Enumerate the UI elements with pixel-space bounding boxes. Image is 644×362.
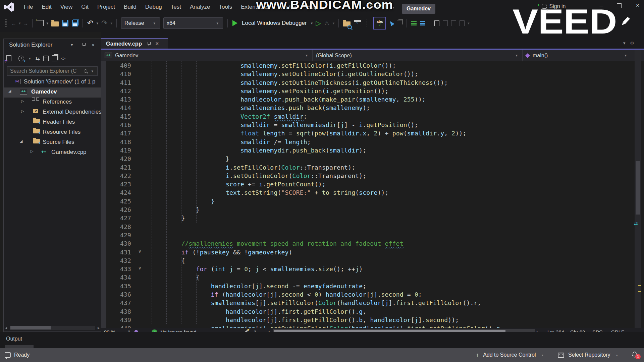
new-item-icon[interactable] [37,20,44,26]
unindent-lines-icon[interactable] [420,21,425,25]
platform-dropdown[interactable]: x64 ▾ [163,17,223,29]
open-file-icon[interactable] [51,21,59,26]
configuration-dropdown[interactable]: Release ▾ [121,17,160,29]
debug-target-button[interactable]: Local Windows Debugger [242,20,307,26]
pin-icon[interactable] [147,42,151,46]
solution-explorer-window-icon[interactable] [354,20,361,26]
start-without-debugging-icon[interactable]: ▷ [316,18,321,28]
expanded-icon[interactable]: ◢ [20,139,22,143]
solution-search-input[interactable]: Search Solution Explorer (C ▾ [7,66,98,76]
scope-dropdown[interactable]: (Global Scope) ▾ [313,50,523,61]
navigate-back-icon[interactable]: ← [10,19,17,27]
code-text: smallenemies[j].setFillColor(Color(handl… [137,299,481,307]
menu-test[interactable]: Test [166,4,185,10]
tree-row-resource-files[interactable]: Resource Files [4,128,101,138]
redo-icon[interactable]: ↷ [101,18,107,28]
indent-guide [196,61,197,223]
switch-views-icon[interactable]: ⇆ [36,55,40,62]
close-button[interactable]: × [636,2,639,9]
collapsed-icon[interactable]: ▷ [31,149,33,154]
notifications-button[interactable]: 1 [631,351,639,359]
project-dropdown[interactable]: ++ Gamedev ▾ [101,50,313,61]
hot-reload-icon[interactable]: ♨ [324,18,330,28]
expanded-icon[interactable]: ◢ [8,89,11,93]
code-line[interactable]: 428 [101,223,634,231]
tree-row-gamedev-cpp[interactable]: ▷ ++ Gamedev.cpp [4,148,101,158]
next-bookmark-icon[interactable] [451,20,456,26]
collapsed-icon[interactable]: ▷ [21,109,24,113]
menu-debug[interactable]: Debug [141,4,166,10]
toolbar-drag-handle[interactable] [5,19,7,27]
toolbar-drag-handle[interactable] [366,19,368,27]
tree-label: External Dependencies [43,109,102,115]
menu-edit[interactable]: Edit [37,4,56,10]
code-line[interactable]: 429 [101,231,634,239]
previous-bookmark-icon[interactable] [443,20,448,26]
panel-horizontal-scrollbar[interactable]: ◂ ▸ [4,325,100,330]
tree-row-references[interactable]: ▷ References [4,98,101,108]
tree-row-header-files[interactable]: Header Files [4,118,101,128]
debug-target-caret[interactable]: ▾ [311,21,313,25]
panel-menu-caret[interactable]: ▾ [71,42,73,47]
maximize-button[interactable] [617,3,622,8]
new-item-caret[interactable]: ▾ [47,21,49,25]
menu-file[interactable]: File [19,4,37,10]
indent-lines-icon[interactable] [411,21,417,25]
sync-with-active-document-icon[interactable] [6,55,11,61]
scroll-left-icon[interactable]: ◂ [5,325,7,330]
member-dropdown[interactable]: main() ▾ [523,50,631,61]
tree-row-source-files[interactable]: ◢ Source Files [4,138,101,148]
scroll-right-icon[interactable]: ▸ [98,325,100,330]
fold-chevron-icon[interactable]: ∨ [138,249,142,254]
tree-label: Resource Files [43,129,80,135]
pin-icon[interactable] [82,43,86,47]
menu-build[interactable]: Build [119,4,141,10]
tree-row-project-gamedev[interactable]: ◢ ++ Gamedev [4,87,101,98]
undo-caret[interactable]: ▾ [97,21,99,25]
window-options-gear-icon[interactable]: ⚙ [630,41,634,46]
code-line[interactable]: 430 //smallenemies movement speed and ro… [101,239,634,248]
menu-git[interactable]: Git [77,4,93,10]
preview-code-icon[interactable]: <> [61,56,65,61]
line-number: 423 [101,180,131,188]
collapsed-icon[interactable]: ▷ [21,99,24,103]
close-icon[interactable]: × [155,40,159,47]
tab-list-caret[interactable]: ▾ [623,41,626,46]
tree-row-solution[interactable]: ⋈ Solution 'Gamedev' (1 of 1 p [4,77,101,87]
add-to-source-control-button[interactable]: Add to Source Control [483,352,536,358]
hot-reload-caret[interactable]: ▾ [333,21,335,25]
toolbar-overflow-caret[interactable]: ▾ [468,21,470,25]
tab-gamedev-cpp[interactable]: Gamedev.cpp × [101,38,168,49]
copy-code-icon[interactable] [397,20,402,26]
menu-project[interactable]: Project [93,4,119,10]
save-icon[interactable] [62,20,68,26]
search-options-caret[interactable]: ▾ [91,69,93,73]
collapse-all-icon[interactable] [43,56,49,61]
start-debugging-icon[interactable] [232,20,237,26]
scrollbar-thumb[interactable] [10,326,51,329]
undo-icon[interactable]: ↶ [87,18,93,28]
sign-in-button[interactable]: + Sign in [537,3,566,9]
scrollbar-thumb[interactable] [636,161,640,215]
minimize-button[interactable]: – [599,2,603,9]
clear-bookmarks-icon[interactable] [460,20,465,26]
menu-view[interactable]: View [56,4,77,10]
close-icon[interactable]: × [92,42,95,48]
tree-row-external-dependencies[interactable]: ▷ ↗ External Dependencies [4,108,101,118]
code-line[interactable]: 440 smallenemies[j].setOutlineColor(Colo… [101,324,634,328]
code-line[interactable]: 431 if (!pausekey && !gameoverkey) [101,248,634,256]
active-tab-accent [101,49,644,50]
navigate-forward-icon[interactable]: → [22,19,30,27]
back-history-caret[interactable]: ▾ [19,21,21,25]
tab-output[interactable]: Output [6,336,22,342]
filter-caret[interactable]: ▾ [29,56,31,61]
save-all-icon[interactable] [72,20,78,26]
redo-caret[interactable]: ▾ [110,21,112,25]
pending-changes-filter-icon[interactable] [18,56,24,61]
properties-icon[interactable] [52,55,57,61]
select-repository-button[interactable]: Select Repository [568,352,610,358]
fold-chevron-icon[interactable]: ∨ [138,265,142,270]
toggle-bookmark-icon[interactable] [434,20,439,26]
spell-checker-toggle[interactable]: abc✓ [373,17,386,29]
rename-cursor-icon[interactable] [388,20,394,26]
